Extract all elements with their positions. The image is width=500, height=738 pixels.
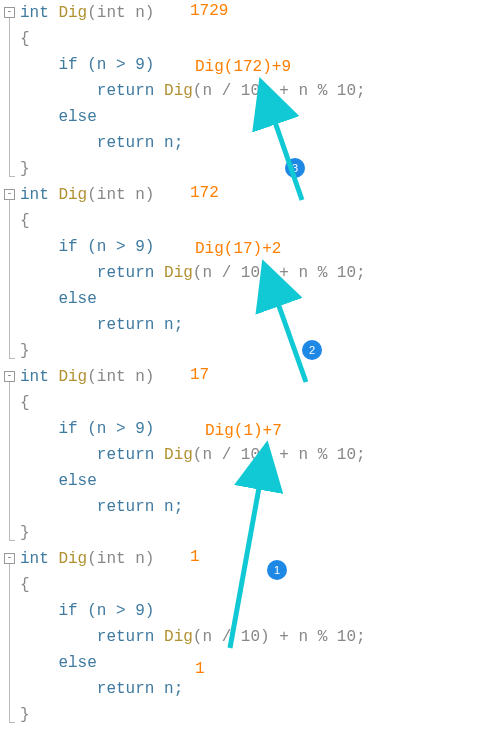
code-line: {	[20, 26, 500, 52]
step-badge-2: 2	[302, 340, 322, 360]
code-line: {	[20, 572, 500, 598]
code-line: int Dig(int n)	[20, 546, 500, 572]
code-line: return n;	[20, 494, 500, 520]
anno-n-3: 17	[190, 366, 209, 384]
anno-base-value: 1	[195, 660, 205, 678]
fold-toggle-3[interactable]: -	[4, 371, 15, 382]
anno-n-4: 1	[190, 548, 200, 566]
step-badge-3: 3	[285, 158, 305, 178]
code-line: else	[20, 468, 500, 494]
fold-toggle-4[interactable]: -	[4, 553, 15, 564]
code-line: }	[20, 338, 500, 364]
code-line: }	[20, 156, 500, 182]
code-line: if (n > 9)	[20, 598, 500, 624]
code-line: return Dig(n / 10) + n % 10;	[20, 442, 500, 468]
step-badge-1: 1	[267, 560, 287, 580]
code-line: return n;	[20, 130, 500, 156]
code-line: {	[20, 390, 500, 416]
code-line: {	[20, 208, 500, 234]
code-line: else	[20, 104, 500, 130]
code-line: int Dig(int n)	[20, 0, 500, 26]
code-line: else	[20, 286, 500, 312]
fold-gutter: - - - -	[0, 0, 20, 738]
code-line: else	[20, 650, 500, 676]
code-line: return n;	[20, 312, 500, 338]
anno-call-1: Dig(172)+9	[195, 58, 291, 76]
code-line: return Dig(n / 10) + n % 10;	[20, 624, 500, 650]
fold-toggle-2[interactable]: -	[4, 189, 15, 200]
code-line: int Dig(int n)	[20, 182, 500, 208]
code-line: return Dig(n / 10) + n % 10;	[20, 260, 500, 286]
code-area: int Dig(int n) { if (n > 9) return Dig(n…	[20, 0, 500, 728]
code-line: }	[20, 702, 500, 728]
code-line: return Dig(n / 10) + n % 10;	[20, 78, 500, 104]
anno-n-1: 1729	[190, 2, 228, 20]
anno-call-3: Dig(1)+7	[205, 422, 282, 440]
anno-n-2: 172	[190, 184, 219, 202]
anno-call-2: Dig(17)+2	[195, 240, 281, 258]
fold-toggle-1[interactable]: -	[4, 7, 15, 18]
code-line: return n;	[20, 676, 500, 702]
code-line: }	[20, 520, 500, 546]
code-line: int Dig(int n)	[20, 364, 500, 390]
